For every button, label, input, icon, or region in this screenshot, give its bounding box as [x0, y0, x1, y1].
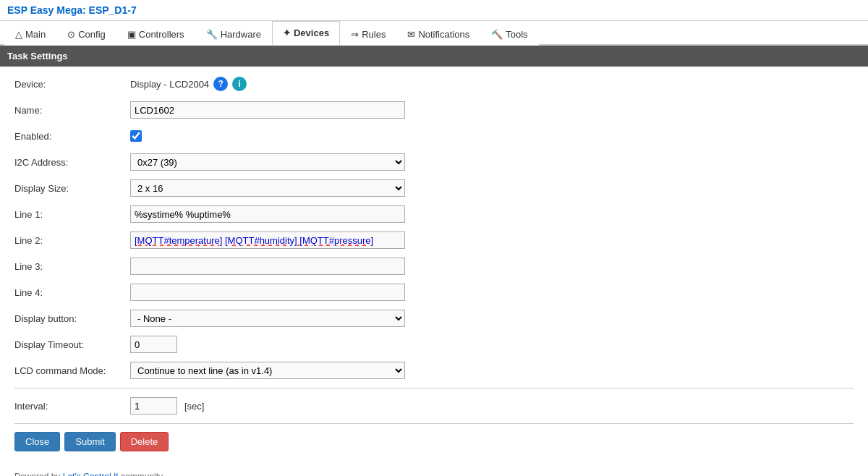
- line4-input-area: [130, 284, 405, 301]
- lcd-command-label: LCD command Mode:: [14, 365, 130, 376]
- title-bar: ESP Easy Mega: ESP_D1-7: [0, 0, 868, 21]
- display-button-select-area: - None -: [130, 310, 405, 327]
- display-timeout-row: Display Timeout:: [14, 334, 854, 354]
- content-area: Device: Display - LCD2004 ? i Name: Enab…: [0, 67, 868, 464]
- delete-button[interactable]: Delete: [120, 432, 169, 451]
- name-row: Name:: [14, 100, 854, 120]
- name-input[interactable]: [130, 101, 405, 119]
- display-size-row: Display Size: 2 x 16 4 x 20 2 x 8: [14, 178, 854, 198]
- line2-row: Line 2:: [14, 230, 854, 250]
- nav-label-main: Main: [25, 29, 46, 40]
- devices-icon: ✦: [283, 27, 291, 38]
- hardware-icon: 🔧: [206, 29, 218, 40]
- line3-label: Line 3:: [14, 261, 130, 272]
- interval-label: Interval:: [14, 401, 130, 412]
- interval-input[interactable]: [130, 397, 177, 415]
- task-settings-header: Task Settings: [0, 46, 868, 67]
- i2c-select-area: 0x27 (39) 0x3F (63): [130, 153, 405, 171]
- config-icon: ⊙: [67, 29, 75, 40]
- nav-item-devices[interactable]: ✦ Devices: [272, 21, 340, 46]
- main-nav: △ Main ⊙ Config ▣ Controllers 🔧 Hardware…: [0, 21, 868, 46]
- line1-row: Line 1:: [14, 204, 854, 224]
- footer-powered-by: Powered by: [14, 472, 63, 476]
- lcd-command-row: LCD command Mode: Continue to next line …: [14, 360, 854, 381]
- display-button-row: Display button: - None -: [14, 308, 854, 328]
- display-timeout-input-area: [130, 336, 177, 353]
- device-label: Device:: [14, 79, 130, 90]
- action-buttons-row: Close Submit Delete: [14, 431, 854, 451]
- i2c-row: I2C Address: 0x27 (39) 0x3F (63): [14, 152, 854, 172]
- lcd-command-select[interactable]: Continue to next line (as in v1.4) Trunc…: [130, 362, 405, 379]
- display-size-label: Display Size:: [14, 183, 130, 194]
- interval-unit: [sec]: [184, 401, 204, 412]
- nav-label-tools: Tools: [506, 29, 527, 40]
- line4-label: Line 4:: [14, 287, 130, 298]
- display-button-select[interactable]: - None -: [130, 310, 405, 327]
- device-value-area: Display - LCD2004 ? i: [130, 77, 247, 91]
- display-button-label: Display button:: [14, 313, 130, 324]
- nav-item-controllers[interactable]: ▣ Controllers: [116, 22, 195, 46]
- nav-item-hardware[interactable]: 🔧 Hardware: [195, 22, 272, 46]
- name-input-area: [130, 101, 405, 119]
- nav-label-config: Config: [78, 29, 106, 40]
- divider-1: [14, 388, 854, 388]
- line4-row: Line 4:: [14, 282, 854, 302]
- line3-row: Line 3:: [14, 256, 854, 276]
- tools-icon: 🔨: [491, 29, 503, 40]
- nav-label-hardware: Hardware: [221, 29, 261, 40]
- i2c-select[interactable]: 0x27 (39) 0x3F (63): [130, 153, 405, 171]
- device-info-button[interactable]: i: [232, 77, 247, 91]
- page-title[interactable]: ESP Easy Mega: ESP_D1-7: [7, 4, 137, 16]
- lcd-command-select-area: Continue to next line (as in v1.4) Trunc…: [130, 362, 405, 379]
- line2-input-area: [130, 231, 405, 249]
- interval-input-area: [sec]: [130, 397, 204, 415]
- device-row: Device: Display - LCD2004 ? i: [14, 74, 854, 94]
- nav-label-devices: Devices: [294, 27, 329, 38]
- nav-label-controllers: Controllers: [139, 29, 184, 40]
- enabled-label: Enabled:: [14, 131, 130, 142]
- line4-input[interactable]: [130, 284, 405, 301]
- line3-input-area: [130, 258, 405, 275]
- line1-input[interactable]: [130, 205, 405, 223]
- nav-item-config[interactable]: ⊙ Config: [56, 22, 116, 46]
- line1-label: Line 1:: [14, 209, 130, 220]
- main-icon: △: [15, 29, 22, 40]
- i2c-label: I2C Address:: [14, 157, 130, 168]
- display-size-select-area: 2 x 16 4 x 20 2 x 8: [130, 179, 405, 197]
- device-help-button[interactable]: ?: [213, 77, 228, 91]
- display-timeout-input[interactable]: [130, 336, 177, 353]
- name-label: Name:: [14, 105, 130, 116]
- nav-item-notifications[interactable]: ✉ Notifications: [396, 22, 480, 46]
- enabled-checkbox[interactable]: [130, 130, 142, 142]
- controllers-icon: ▣: [127, 29, 136, 40]
- device-value: Display - LCD2004: [130, 79, 209, 90]
- interval-row: Interval: [sec]: [14, 396, 854, 416]
- submit-button[interactable]: Submit: [64, 432, 115, 451]
- nav-item-tools[interactable]: 🔨 Tools: [480, 22, 538, 46]
- line1-input-area: [130, 205, 405, 223]
- enabled-row: Enabled:: [14, 126, 854, 146]
- footer-link[interactable]: Let's Control It: [63, 472, 119, 476]
- nav-item-main[interactable]: △ Main: [4, 22, 56, 46]
- display-size-select[interactable]: 2 x 16 4 x 20 2 x 8: [130, 179, 405, 197]
- nav-label-notifications: Notifications: [418, 29, 469, 40]
- display-timeout-label: Display Timeout:: [14, 339, 130, 350]
- notifications-icon: ✉: [407, 29, 415, 40]
- divider-2: [14, 423, 854, 424]
- line2-label: Line 2:: [14, 235, 130, 246]
- footer: Powered by Let's Control It community: [0, 464, 868, 476]
- nav-item-rules[interactable]: ⇒ Rules: [340, 22, 396, 46]
- rules-icon: ⇒: [351, 29, 359, 40]
- nav-label-rules: Rules: [362, 29, 386, 40]
- line3-input[interactable]: [130, 258, 405, 275]
- enabled-checkbox-area: [130, 130, 142, 142]
- line2-input[interactable]: [130, 231, 405, 249]
- close-button[interactable]: Close: [14, 432, 60, 451]
- footer-suffix: community: [119, 472, 163, 476]
